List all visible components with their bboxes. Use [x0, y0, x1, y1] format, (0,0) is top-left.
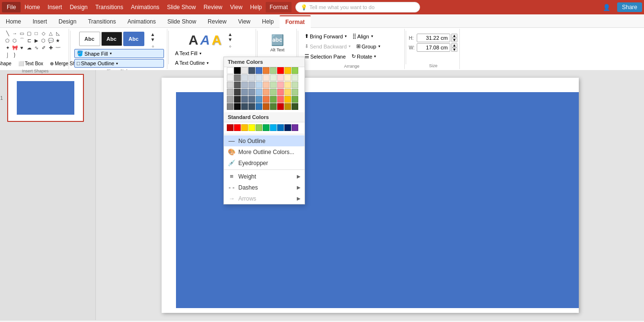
theme-color-0-9[interactable] — [292, 67, 298, 74]
theme-color-4-4[interactable] — [256, 96, 262, 103]
bring-forward-btn[interactable]: ⬆ Bring Forward ▾ — [302, 32, 349, 41]
shape-outline-btn[interactable]: □ Shape Outline ▾ — [74, 59, 164, 68]
menu-home[interactable]: Home — [21, 2, 44, 12]
shape-style-2[interactable]: Abc — [101, 32, 122, 46]
theme-color-4-9[interactable] — [292, 96, 298, 103]
height-spin-down[interactable]: ▼ — [451, 38, 458, 42]
standard-color-0[interactable] — [227, 124, 234, 131]
theme-color-5-5[interactable] — [263, 103, 269, 110]
shape-plus[interactable]: ✚ — [47, 44, 54, 51]
theme-color-2-2[interactable] — [241, 82, 248, 88]
standard-color-2[interactable] — [241, 124, 248, 131]
eyedropper-item[interactable]: 💉 Eyedropper — [224, 157, 304, 168]
theme-color-4-5[interactable] — [263, 96, 269, 103]
shape-freeform[interactable]: ✐ — [40, 44, 47, 51]
theme-color-2-8[interactable] — [284, 82, 291, 88]
standard-color-5[interactable] — [263, 124, 269, 131]
shape-arrow[interactable]: → — [12, 30, 18, 36]
theme-color-0-8[interactable] — [284, 67, 291, 74]
shape-bracket[interactable]: ⌡ — [4, 51, 11, 58]
tab-home[interactable]: Home — [0, 16, 27, 27]
shape-pentagon[interactable]: ⬠ — [4, 37, 11, 44]
slide-thumbnail-1[interactable]: 1 — [7, 74, 89, 122]
share-button[interactable]: Share — [617, 2, 642, 12]
theme-color-3-7[interactable] — [277, 89, 284, 95]
theme-color-1-5[interactable] — [263, 74, 269, 81]
menu-review[interactable]: Review — [199, 2, 226, 12]
shape-block[interactable]: ▶ — [33, 37, 40, 44]
shape-r2[interactable]: ⊏ — [26, 37, 33, 44]
menu-transitions[interactable]: Transitions — [92, 2, 127, 12]
theme-color-5-9[interactable] — [292, 103, 298, 110]
width-spin-down[interactable]: ▼ — [451, 48, 458, 52]
menu-animations[interactable]: Animations — [127, 2, 163, 12]
wordart-style-gold[interactable]: A — [212, 34, 222, 47]
theme-color-2-6[interactable] — [270, 82, 277, 88]
alt-text-btn[interactable]: 🔤 Alt Text — [267, 30, 288, 57]
scroll-up-btn[interactable]: ▲ — [146, 32, 160, 36]
shape-rect[interactable]: ▭ — [19, 30, 25, 36]
wordart-more[interactable]: ⬦ — [223, 42, 237, 49]
scroll-down-btn[interactable]: ▼ — [146, 37, 160, 42]
theme-color-2-0[interactable] — [227, 82, 234, 88]
theme-color-4-3[interactable] — [248, 96, 255, 103]
theme-color-3-8[interactable] — [284, 89, 291, 95]
tab-design[interactable]: Design — [53, 16, 82, 27]
shape-fill-btn[interactable]: 🪣 Shape Fill ▾ — [74, 49, 164, 58]
theme-color-3-6[interactable] — [270, 89, 277, 95]
menu-file[interactable]: File — [2, 2, 21, 12]
shape-dbl-arrow[interactable]: ⬡ — [40, 37, 47, 44]
theme-color-5-0[interactable] — [227, 103, 234, 110]
theme-color-0-0[interactable] — [227, 67, 234, 74]
menu-insert[interactable]: Insert — [44, 2, 66, 12]
tab-view[interactable]: View — [232, 16, 256, 27]
standard-color-6[interactable] — [270, 124, 277, 131]
theme-color-2-4[interactable] — [256, 82, 262, 88]
shape-ribbon[interactable]: 🎀 — [12, 44, 18, 51]
tell-me-input[interactable]: 💡 Tell me what you want to do — [295, 2, 420, 12]
standard-color-4[interactable] — [256, 124, 262, 131]
theme-color-1-6[interactable] — [270, 74, 277, 81]
tab-transitions[interactable]: Transitions — [82, 16, 121, 27]
shape-diamond[interactable]: ◇ — [40, 30, 47, 36]
menu-design[interactable]: Design — [66, 2, 91, 12]
theme-color-4-0[interactable] — [227, 96, 234, 103]
theme-color-3-5[interactable] — [263, 89, 269, 95]
standard-color-9[interactable] — [292, 124, 298, 131]
theme-color-0-4[interactable] — [256, 67, 262, 74]
theme-color-1-0[interactable] — [227, 74, 234, 81]
shape-curve[interactable]: ∿ — [33, 44, 40, 51]
more-styles-btn[interactable]: ⬦ — [146, 42, 160, 49]
edit-shape-btn[interactable]: ✏️ Edit Shape — [0, 60, 14, 68]
theme-color-3-0[interactable] — [227, 89, 234, 95]
theme-color-0-5[interactable] — [263, 67, 269, 74]
shape-line[interactable]: ╲ — [4, 30, 11, 36]
standard-color-7[interactable] — [277, 124, 284, 131]
theme-color-4-2[interactable] — [241, 96, 248, 103]
theme-color-1-2[interactable] — [241, 74, 248, 81]
menu-format[interactable]: Format — [266, 2, 292, 12]
width-input[interactable] — [417, 43, 450, 52]
theme-color-4-8[interactable] — [284, 96, 291, 103]
theme-color-1-3[interactable] — [248, 74, 255, 81]
theme-color-5-8[interactable] — [284, 103, 291, 110]
theme-color-5-1[interactable] — [234, 103, 241, 110]
theme-color-2-5[interactable] — [263, 82, 269, 88]
wordart-style-blue[interactable]: A — [200, 34, 210, 47]
theme-color-0-1[interactable] — [234, 67, 241, 74]
standard-color-3[interactable] — [248, 124, 255, 131]
no-outline-item[interactable]: — No Outline — [224, 135, 304, 146]
send-backward-btn[interactable]: ⬇ Send Backward ▾ — [302, 42, 353, 51]
theme-color-0-2[interactable] — [241, 67, 248, 74]
shape-brace[interactable]: } — [12, 51, 18, 58]
shape-hexagon[interactable]: ⬡ — [12, 37, 18, 44]
theme-color-5-4[interactable] — [256, 103, 262, 110]
rotate-btn[interactable]: ↻ Rotate ▾ — [349, 52, 378, 61]
theme-color-1-7[interactable] — [277, 74, 284, 81]
text-box-btn[interactable]: ⬜ Text Box — [16, 60, 46, 68]
tab-slideshow[interactable]: Slide Show — [162, 16, 202, 27]
wordart-scroll-up[interactable]: ▲ — [223, 32, 237, 36]
theme-color-0-3[interactable] — [248, 67, 255, 74]
theme-color-1-9[interactable] — [292, 74, 298, 81]
wordart-scroll-down[interactable]: ▼ — [223, 37, 237, 42]
